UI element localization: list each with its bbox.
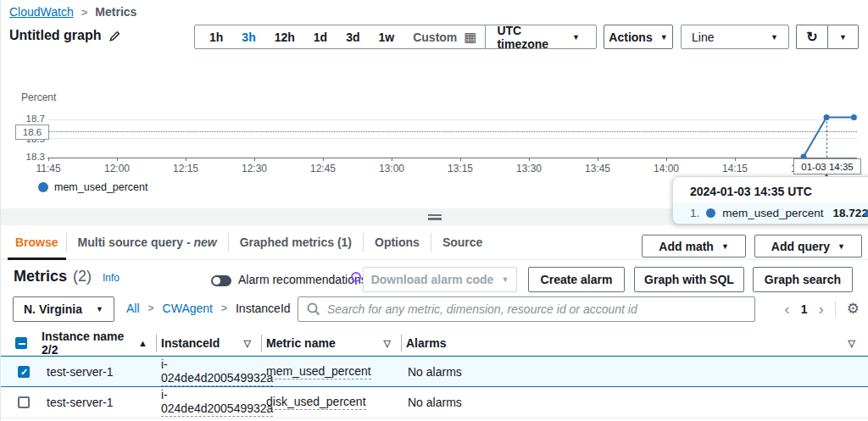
cell-instance-id: i-024de4d200549932a: [156, 357, 261, 386]
crosshair-horizontal-line: [47, 131, 857, 132]
x-axis-tick-mark: [254, 158, 255, 161]
column-label: InstanceId: [161, 336, 220, 350]
calendar-icon[interactable]: ▦: [462, 29, 485, 45]
edit-icon[interactable]: [108, 30, 121, 42]
column-instance-id[interactable]: InstanceId▽: [156, 330, 261, 357]
cell-metric-name: mem_used_percent: [261, 364, 401, 379]
legend-item[interactable]: mem_used_percent: [38, 181, 147, 193]
legend-label: mem_used_percent: [54, 181, 147, 193]
chevron-right-icon: >: [221, 302, 227, 314]
tab-options[interactable]: Options: [364, 225, 431, 259]
row-checkbox[interactable]: [18, 366, 30, 378]
row-checkbox-cell: [1, 396, 42, 408]
region-label: N. Virginia: [24, 302, 82, 316]
series-color-dot: [706, 208, 715, 218]
cell-alarms: No alarms: [401, 365, 868, 379]
graph-title: Untitled graph: [9, 28, 101, 43]
chevron-down-icon: ▼: [839, 33, 847, 42]
alarm-recommendations-toggle[interactable]: [211, 275, 231, 286]
table-row[interactable]: test-server-1 i-024de4d200549932a mem_us…: [1, 356, 868, 387]
actions-label: Actions: [609, 30, 652, 44]
x-axis-tick-mark: [392, 158, 392, 161]
instance-id-value[interactable]: i-024de4d200549932a: [161, 357, 273, 386]
refresh-button[interactable]: ↻: [796, 25, 827, 49]
range-1w-button[interactable]: 1w: [370, 30, 404, 44]
metric-name-value[interactable]: mem_used_percent: [266, 364, 371, 379]
x-axis-tick-label: 11:45: [36, 163, 60, 174]
chevron-down-icon: ▼: [96, 305, 103, 313]
tab-source[interactable]: Source: [431, 225, 493, 259]
tooltip-pin-icon: [863, 208, 868, 216]
add-query-dropdown[interactable]: Add query▼: [754, 235, 862, 258]
query-buttons: Add math▼ Add query▼: [642, 235, 862, 258]
tab-label: Multi source query -: [78, 235, 194, 249]
x-axis-tick-mark: [48, 158, 49, 161]
previous-page-icon[interactable]: ‹: [784, 298, 789, 320]
metric-name-value[interactable]: disk_used_percent: [266, 395, 366, 410]
chevron-right-icon: >: [81, 6, 88, 19]
gridline: [47, 138, 857, 139]
add-math-dropdown[interactable]: Add math▼: [642, 235, 745, 258]
add-query-label: Add query: [771, 240, 830, 253]
row-checkbox[interactable]: [18, 396, 30, 408]
range-1d-button[interactable]: 1d: [304, 30, 337, 44]
path-namespace-link[interactable]: CWAgent: [163, 302, 213, 315]
alarm-recommendations-label: Alarm recommendations: [238, 273, 367, 286]
info-link[interactable]: Info: [103, 272, 120, 284]
search-icon: [307, 302, 320, 319]
x-axis-tick-label: 13:00: [379, 163, 404, 174]
gear-icon[interactable]: ⚙: [847, 298, 860, 320]
select-all-checkbox[interactable]: [15, 337, 27, 349]
next-page-icon[interactable]: ›: [818, 298, 823, 320]
cell-alarms: No alarms: [401, 396, 868, 409]
tab-graphed-metrics[interactable]: Graphed metrics (1): [229, 225, 363, 259]
metric-search-input[interactable]: [298, 296, 755, 322]
metrics-table: Instance name 2/2▲ InstanceId▽ Metric na…: [1, 330, 868, 418]
tab-label-new-badge: new: [194, 235, 217, 249]
x-axis-tick-mark: [598, 158, 598, 161]
actions-dropdown[interactable]: Actions ▼: [604, 25, 673, 49]
x-axis-tick-label: 12:30: [242, 163, 267, 174]
x-axis-tick-mark: [666, 158, 667, 161]
x-axis-tick-label: 14:00: [654, 163, 679, 174]
timezone-dropdown[interactable]: UTC timezone ▼: [486, 24, 591, 51]
column-alarms[interactable]: Alarms▽: [401, 330, 868, 357]
graph-search-button[interactable]: Graph search: [753, 267, 853, 292]
column-metric-name[interactable]: Metric name▽: [261, 330, 401, 357]
cell-metric-name: disk_used_percent: [261, 395, 401, 410]
cell-instance-name: test-server-1: [42, 396, 156, 409]
graph-with-sql-button[interactable]: Graph with SQL: [634, 267, 744, 292]
metrics-count: (2): [73, 268, 92, 285]
range-3d-button[interactable]: 3d: [337, 30, 369, 44]
graph-title-row: Untitled graph: [9, 28, 121, 43]
tooltip-series-name: mem_used_percent: [722, 207, 823, 219]
tab-browse[interactable]: Browse: [8, 225, 66, 259]
refresh-options-dropdown[interactable]: ▼: [827, 25, 859, 49]
sort-icon: ▽: [384, 338, 391, 349]
tab-multi-source-query[interactable]: Multi source query - new: [67, 225, 228, 259]
create-alarm-button[interactable]: Create alarm: [528, 267, 625, 292]
download-alarm-code-dropdown[interactable]: Download alarm code ▼: [363, 267, 517, 292]
row-checkbox-cell: [1, 366, 42, 378]
range-3h-button[interactable]: 3h: [232, 30, 264, 44]
instance-id-value[interactable]: i-024de4d200549932a: [161, 388, 273, 417]
breadcrumb-current: Metrics: [95, 5, 136, 19]
lightbulb-icon: [350, 272, 362, 290]
chevron-down-icon: ▼: [721, 242, 729, 251]
hover-value-label: 18.6: [15, 125, 49, 140]
page-number[interactable]: 1: [801, 302, 808, 316]
table-row[interactable]: test-server-1 i-024de4d200549932a disk_u…: [1, 387, 868, 418]
column-instance-name[interactable]: Instance name 2/2▲: [42, 330, 156, 357]
range-1h-button[interactable]: 1h: [200, 30, 232, 44]
column-label: Metric name: [266, 336, 336, 350]
range-12h-button[interactable]: 12h: [265, 30, 304, 44]
path-all-link[interactable]: All: [126, 302, 140, 315]
x-axis-tick-mark: [735, 158, 736, 161]
chart-type-select[interactable]: Line ▼: [681, 25, 789, 49]
tooltip-timestamp: 2024-01-03 14:35 UTC: [673, 177, 868, 202]
refresh-group: ↻ ▼: [796, 25, 859, 49]
range-custom-button[interactable]: Custom: [403, 30, 462, 44]
chart-tooltip: 2024-01-03 14:35 UTC 1. mem_used_percent…: [672, 176, 868, 224]
breadcrumb-cloudwatch-link[interactable]: CloudWatch: [9, 5, 74, 19]
region-dropdown[interactable]: N. Virginia ▼: [13, 296, 114, 322]
